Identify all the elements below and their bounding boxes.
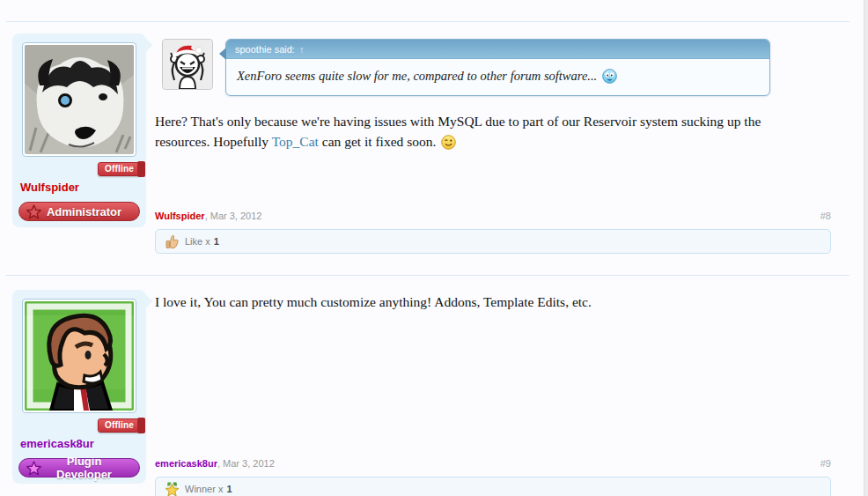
wink-emoji-icon — [441, 135, 456, 150]
post-gap — [0, 254, 868, 275]
meta-left: Wulfspider, Mar 3, 2012 — [155, 211, 261, 221]
spoothie-avatar-image — [163, 40, 212, 89]
user-panel-arrow — [138, 294, 153, 309]
ratings-bar: Like x 1 — [155, 229, 831, 254]
body-text: Here? That's only because we're having i… — [155, 114, 761, 149]
username-link[interactable]: Wulfspider — [20, 181, 140, 195]
post-permalink[interactable]: #9 — [820, 458, 831, 469]
post-meta-row: emericask8ur, Mar 3, 2012 #9 — [155, 458, 831, 477]
star-icon — [26, 204, 41, 219]
post-body-text: Here? That's only because we're having i… — [155, 111, 811, 152]
post-date: , Mar 3, 2012 — [217, 458, 275, 469]
jump-to-quote-arrow[interactable]: ↑ — [299, 44, 305, 55]
winner-star-icon — [165, 482, 180, 496]
user-cell: Offline emericask8ur Plugin Developer — [12, 290, 146, 496]
user-info-panel: Offline Wulfspider Administrator — [12, 33, 146, 227]
body-text: I love it, You can pretty much customize… — [155, 294, 592, 309]
user-mention-link[interactable]: Top_Cat — [272, 134, 319, 149]
post-permalink[interactable]: #8 — [820, 211, 831, 221]
post-author-link[interactable]: emericask8ur — [155, 458, 217, 469]
quote-attribution-bar: spoothie said:↑ — [226, 40, 769, 59]
user-role-badge: Administrator — [18, 202, 140, 221]
quote-row: spoothie said:↑ XenForo seems quite slow… — [162, 39, 831, 96]
user-avatar[interactable] — [22, 299, 136, 413]
ratings-bar: Winner x 1 — [155, 477, 831, 496]
body-text: can get it fixed soon. — [319, 134, 436, 149]
user-role-badge: Plugin Developer — [18, 458, 140, 477]
quote-attribution-text: spoothie said: — [235, 44, 295, 55]
rating-label: Winner x — [185, 484, 223, 494]
quote-block: spoothie said:↑ XenForo seems quite slow… — [225, 39, 770, 96]
role-label: Administrator — [41, 205, 139, 218]
rating-label: Like x — [185, 236, 210, 247]
forum-thread-page: Offline Wulfspider Administrator — [0, 0, 868, 496]
quote-arrow-notch — [219, 48, 226, 60]
rating-count: 1 — [226, 484, 232, 494]
post-item-9: Offline emericask8ur Plugin Developer I … — [0, 276, 868, 496]
quoted-user-avatar[interactable] — [162, 39, 213, 90]
rating-count: 1 — [214, 236, 219, 247]
top-spacer — [0, 0, 868, 21]
post-meta-row: Wulfspider, Mar 3, 2012 #8 — [155, 211, 831, 229]
husky-avatar-image — [25, 45, 134, 154]
meta-left: emericask8ur, Mar 3, 2012 — [155, 458, 275, 469]
quoted-text-content: XenForo seems quite slow for me, compare… — [237, 69, 597, 83]
online-status-badge: Offline — [98, 418, 141, 433]
message-cell: spoothie said:↑ XenForo seems quite slow… — [155, 33, 831, 254]
user-avatar[interactable] — [22, 42, 136, 157]
content-right-edge — [864, 0, 868, 496]
user-panel-arrow — [138, 38, 153, 53]
eek-emoji-icon — [602, 69, 617, 84]
username-link[interactable]: emericask8ur — [20, 437, 140, 451]
user-info-panel: Offline emericask8ur Plugin Developer — [12, 290, 146, 484]
post-date: , Mar 3, 2012 — [205, 211, 262, 221]
star-icon — [26, 461, 41, 476]
post-author-link[interactable]: Wulfspider — [155, 211, 205, 221]
message-cell: I love it, You can pretty much customize… — [155, 290, 831, 496]
quoted-text: XenForo seems quite slow for me, compare… — [226, 59, 769, 95]
like-thumbs-up-icon — [165, 234, 180, 249]
online-status-badge: Offline — [98, 162, 141, 176]
user-cell: Offline Wulfspider Administrator — [12, 33, 146, 254]
post-body-text: I love it, You can pretty much customize… — [155, 292, 811, 312]
role-label: Plugin Developer — [41, 455, 139, 481]
cartoon-man-avatar-image — [25, 301, 134, 411]
post-item-8: Offline Wulfspider Administrator — [0, 22, 868, 254]
